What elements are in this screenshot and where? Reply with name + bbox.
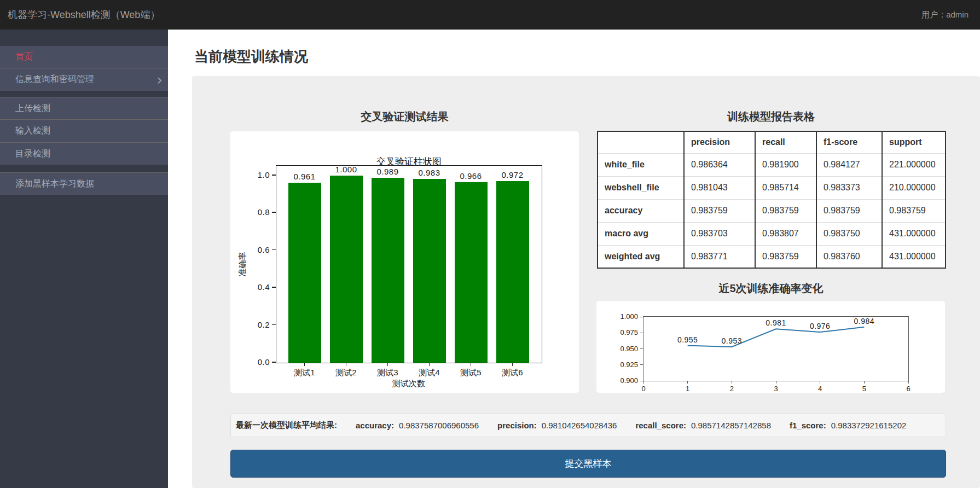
bar-测试3: [372, 178, 404, 363]
bar-value-label: 0.966: [449, 171, 493, 181]
bar-y-axis-label: 准确率: [237, 252, 248, 277]
sidebar-item-1[interactable]: 信息查询和密码管理›: [0, 68, 168, 91]
line-point-label: 0.984: [848, 317, 880, 326]
metric-label: accuracy:: [356, 421, 394, 430]
line-x-tick-label: 1: [677, 385, 699, 393]
bar-chart-section-title: 交叉验证测试结果: [230, 109, 579, 124]
sidebar-item-label: 上传检测: [15, 103, 50, 114]
report-table-cell: white_file: [598, 153, 684, 176]
metric-recall_score: recall_score:0.9857142857142858: [635, 421, 771, 430]
report-table-cell: 0.986364: [684, 153, 755, 176]
bar-y-tick-label: 0.6: [245, 245, 270, 254]
line-point-label: 0.955: [671, 335, 704, 344]
report-table-cell: 0.981043: [684, 176, 755, 199]
bar-x-tick-label: 测试3: [366, 368, 410, 378]
line-x-tick: [820, 381, 820, 384]
metric-value: 0.9837587006960556: [399, 421, 479, 430]
line-x-tick: [864, 381, 865, 384]
metric-value: 0.983372921615202: [831, 421, 907, 430]
bar-y-tick-label: 0.4: [245, 282, 270, 292]
report-table-cell: 0.983760: [816, 245, 882, 268]
app-title: 机器学习-Webshell检测（Web端）: [8, 0, 160, 30]
report-table-row: white_file0.9863640.9819000.984127221.00…: [598, 153, 946, 176]
line-y-tick: [640, 348, 643, 349]
metric-label: f1_score:: [790, 421, 826, 430]
metric-precision: precision:0.981042654028436: [497, 421, 617, 430]
report-table-cell: 0.983373: [816, 176, 882, 199]
line-y-tick-label: 0.925: [613, 361, 638, 369]
metric-label: recall_score:: [635, 421, 686, 430]
bar-value-label: 0.989: [366, 167, 410, 176]
line-y-tick: [640, 317, 643, 317]
line-y-tick: [640, 333, 643, 333]
line-y-tick-label: 0.950: [613, 345, 638, 353]
bar-测试6: [496, 181, 529, 363]
line-chart-section-title: 近5次训练准确率变化: [597, 281, 945, 295]
sidebar-item-0[interactable]: 首页: [0, 46, 168, 68]
report-table-cell: macro avg: [598, 222, 684, 245]
report-table-cell: 0.983759: [882, 199, 946, 222]
report-table-cell: 0.983750: [816, 222, 882, 245]
bar-y-tick-label: 0.2: [245, 320, 270, 329]
line-y-tick-label: 0.900: [613, 376, 638, 385]
metric-accuracy: accuracy:0.9837587006960556: [356, 421, 479, 430]
results-bar: 最新一次模型训练平均结果:accuracy:0.9837587006960556…: [230, 413, 946, 437]
line-y-tick: [640, 381, 643, 381]
metric-value: 0.9857142857142858: [691, 421, 771, 430]
line-y-tick-label: 1.000: [613, 312, 638, 321]
report-table-header-cell: precision: [684, 131, 755, 153]
bar-测试5: [455, 182, 488, 363]
sidebar-item-label: 目录检测: [15, 148, 50, 160]
sidebar-item-3[interactable]: 输入检测: [0, 119, 168, 142]
report-table-cell: 0.983759: [816, 199, 882, 222]
line-y-tick: [640, 364, 643, 365]
bar-value-label: 0.983: [408, 168, 451, 177]
bar-y-tick-label: 1.0: [245, 170, 270, 179]
report-table-cell: 0.983771: [684, 245, 755, 268]
results-prefix: 最新一次模型训练平均结果:: [236, 420, 337, 431]
sidebar-item-label: 输入检测: [15, 125, 50, 137]
report-table-row: webshell_file0.9810430.9857140.983373210…: [598, 176, 946, 199]
report-table-cell: 221.000000: [882, 153, 946, 176]
line-x-tick-label: 3: [765, 385, 787, 393]
line-x-tick-label: 2: [721, 385, 743, 393]
line-x-tick: [643, 381, 644, 384]
bar-y-tick: [272, 324, 276, 326]
report-table: precisionrecallf1-scoresupportwhite_file…: [597, 131, 946, 269]
bar-x-tick: [429, 363, 430, 366]
report-table-header-cell: [598, 131, 684, 153]
report-table-cell: 210.000000: [882, 176, 946, 199]
bar-测试1: [288, 183, 321, 363]
bar-x-tick-label: 测试2: [324, 368, 368, 378]
bar-x-tick: [512, 363, 513, 366]
sidebar-item-label: 添加黑样本学习数据: [15, 178, 94, 190]
bar-y-tick: [272, 362, 276, 363]
sidebar-nav: 首页信息查询和密码管理›上传检测输入检测目录检测添加黑样本学习数据: [0, 30, 168, 488]
line-x-tick-label: 5: [853, 385, 875, 393]
sidebar-item-5[interactable]: 添加黑样本学习数据: [0, 172, 168, 195]
report-table-cell: 0.983759: [755, 245, 816, 268]
bar-y-tick: [272, 212, 276, 213]
header-user[interactable]: 用户：admin: [921, 0, 969, 30]
report-table-cell: 0.983807: [755, 222, 816, 245]
bar-x-tick-label: 测试5: [449, 368, 493, 378]
bar-测试2: [330, 176, 363, 363]
bar-x-tick-label: 测试4: [408, 368, 451, 378]
line-x-tick-label: 0: [633, 385, 654, 393]
sidebar-item-2[interactable]: 上传检测: [0, 97, 168, 120]
line-y-tick-label: 0.975: [613, 328, 638, 336]
line-chart-card: 1.0000.9750.9500.9250.90001234560.9550.9…: [596, 301, 945, 393]
bar-value-label: 1.000: [324, 165, 368, 174]
report-table-header-cell: support: [882, 131, 946, 153]
bar-x-tick: [304, 363, 305, 366]
sidebar-item-4[interactable]: 目录检测: [0, 142, 168, 165]
line-x-tick-label: 4: [809, 385, 831, 393]
sidebar-item-label: 首页: [15, 51, 33, 63]
report-table-cell: 0.985714: [755, 176, 816, 199]
bar-y-tick: [272, 249, 276, 251]
bar-测试4: [413, 179, 446, 363]
app-header: 机器学习-Webshell检测（Web端） 用户：admin: [0, 0, 980, 30]
submit-black-sample-button[interactable]: 提交黑样本: [230, 450, 946, 478]
report-table-row: weighted avg0.9837710.9837590.983760431.…: [598, 245, 946, 268]
report-table-header-row: precisionrecallf1-scoresupport: [598, 131, 946, 153]
